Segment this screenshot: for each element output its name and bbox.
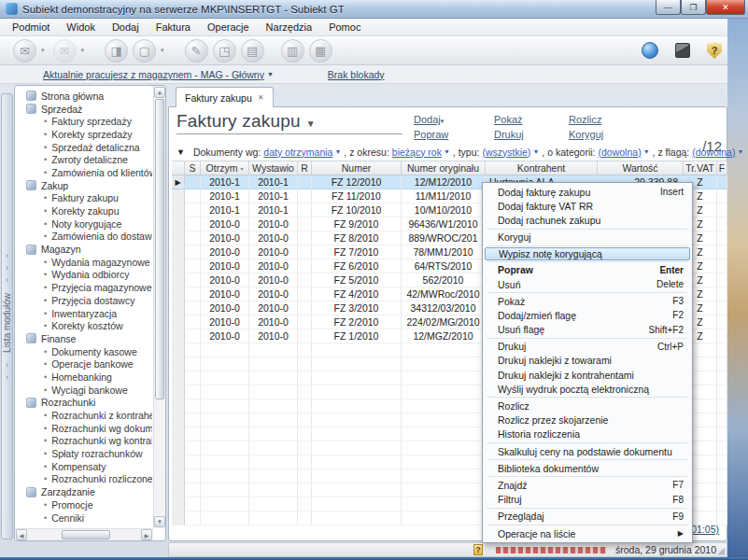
column-header-kontrahent[interactable]: Kontrahent — [486, 161, 598, 175]
resize-grip[interactable]: ◢ — [717, 545, 725, 555]
sidebar-group-strona-główna[interactable]: Strona główna — [17, 90, 152, 103]
scroll-right-icon[interactable]: ▶ — [141, 529, 152, 540]
sidebar-item-kompensaty[interactable]: •Kompensaty — [17, 460, 152, 473]
sidebar-item-zwroty-detaliczne[interactable]: •Zwroty detaliczne — [17, 153, 152, 166]
menu-item-dodaj-fakturę-vat-rr[interactable]: Dodaj fakturę VAT RR — [485, 199, 690, 213]
menu-item-drukuj-naklejki-z-towarami[interactable]: Drukuj naklejki z towarami — [485, 354, 690, 368]
menu-item-usuń-flagę[interactable]: Usuń flagęShift+F2 — [485, 323, 690, 337]
new-document-icon[interactable]: ✉ — [13, 39, 36, 63]
sidebar-group-finanse[interactable]: Finanse — [17, 332, 152, 345]
sidebar-group-zarządzanie[interactable]: Zarządzanie — [17, 485, 152, 498]
stamp-icon[interactable]: ◨ — [105, 39, 128, 63]
chevron-down-icon[interactable]: ▾ — [161, 47, 164, 54]
action-rozlicz[interactable]: Rozlicz — [569, 114, 655, 129]
column-header-numer-oryginału[interactable]: Numer oryginału — [402, 161, 486, 175]
menu-item-usuń[interactable]: UsuńDelete — [485, 277, 690, 291]
edit-icon[interactable]: ✎ — [185, 39, 208, 63]
minimize-button[interactable]: — — [656, 0, 681, 15]
menu-dodaj[interactable]: Dodaj — [104, 20, 148, 35]
warehouse-link[interactable]: Aktualnie pracujesz z magazynem - MAG - … — [43, 69, 264, 80]
filter-link-bieżący-rok[interactable]: bieżący rok — [392, 147, 442, 158]
sidebar-item-przyjęcia-magazynowe[interactable]: •Przyjęcia magazynowe — [17, 281, 152, 294]
chevron-down-icon[interactable]: ▼ — [532, 148, 539, 155]
chevron-down-icon[interactable]: ▼ — [444, 148, 450, 155]
scroll-up-icon[interactable]: ▲ — [154, 87, 165, 98]
sidebar-item-zamówienia-od-klientów[interactable]: •Zamówienia od klientów — [17, 166, 152, 179]
tab-faktury-zakupu[interactable]: Faktury zakupu ✕ — [176, 87, 274, 107]
menu-item-skalkuluj-ceny-na-podstawie-dokumentu[interactable]: Skalkuluj ceny na podstawie dokumentu — [485, 444, 690, 458]
cube-icon[interactable] — [675, 43, 690, 58]
sidebar-item-korekty-kosztów[interactable]: •Korekty kosztów — [17, 319, 152, 332]
menu-operacje[interactable]: Operacje — [199, 20, 258, 35]
menu-item-koryguj[interactable]: Koryguj — [485, 231, 690, 245]
sidebar-group-rozrachunki[interactable]: Rozrachunki — [17, 397, 152, 410]
sidebar-item-wydania-magazynowe[interactable]: •Wydania magazynowe — [17, 256, 152, 269]
menu-item-pokaż[interactable]: PokażF3 — [485, 294, 690, 308]
sidebar-item-korekty-sprzedaży[interactable]: •Korekty sprzedaży — [17, 128, 152, 141]
scrollbar-thumb[interactable] — [62, 530, 110, 539]
help-shield-icon[interactable]: ? — [707, 42, 722, 59]
chevron-down-icon[interactable]: ▼ — [643, 148, 650, 155]
scroll-left-icon[interactable]: ◀ — [16, 529, 27, 540]
menu-item-znajdź[interactable]: ZnajdźF7 — [485, 478, 690, 492]
action-popraw[interactable]: Popraw — [414, 129, 494, 144]
globe-icon[interactable] — [642, 42, 658, 59]
column-header-numer[interactable]: Numer — [312, 161, 402, 175]
sidebar-item-rozrachunki-wg-dokumentów[interactable]: •Rozrachunki wg dokumentów — [17, 422, 152, 435]
column-header-s[interactable]: S — [185, 161, 201, 175]
sidebar-item-sprzedaż-detaliczna[interactable]: •Sprzedaż detaliczna — [17, 141, 152, 154]
action-koryguj[interactable]: Koryguj — [569, 129, 655, 144]
chevron-down-icon[interactable]: ▾ — [41, 47, 45, 54]
help-icon[interactable]: ? — [473, 544, 483, 555]
sidebar-item-korekty-zakupu[interactable]: •Korekty zakupu — [17, 204, 152, 217]
sidebar-item-rozrachunki-wg-kontrahentów[interactable]: •Rozrachunki wg kontrahentów — [17, 435, 152, 448]
sidebar-item-cenniki[interactable]: •Cenniki — [17, 511, 152, 525]
column-header-wystawio[interactable]: Wystawio — [249, 161, 298, 175]
title-bar[interactable]: Subiekt demonstracyjny na serwerze MKP\I… — [0, 0, 748, 19]
sidebar-vertical-scrollbar[interactable]: ▲ ▼ — [153, 86, 165, 528]
scrollbar-thumb[interactable] — [155, 99, 164, 399]
filter-link-wszystkie[interactable]: (wszystkie) — [482, 147, 530, 158]
menu-item-wyślij-wydruk-pocztą-elektroniczną[interactable]: Wyślij wydruk pocztą elektroniczną — [485, 382, 690, 396]
sidebar-item-przyjęcia-dostawcy[interactable]: •Przyjęcia dostawcy — [17, 294, 152, 307]
sidebar-horizontal-scrollbar[interactable]: ◀ ▶ — [15, 528, 153, 540]
lock-status-link[interactable]: Brak blokady — [328, 69, 385, 80]
collapse-filter-icon[interactable]: ▼ — [176, 147, 185, 157]
menu-item-przeglądaj[interactable]: PrzeglądajF9 — [485, 510, 690, 524]
action-dodaj[interactable]: Dodaj ▾ — [414, 114, 494, 129]
column-header-f[interactable]: F — [717, 161, 727, 175]
sidebar-group-magazyn[interactable]: Magazyn — [17, 243, 152, 256]
sidebar-item-homebanking[interactable]: •Homebanking — [17, 371, 152, 384]
sidebar-item-faktury-zakupu[interactable]: •Faktury zakupu — [17, 192, 152, 205]
chevron-down-icon[interactable]: ▼ — [334, 148, 341, 155]
menu-item-dodaj-fakturę-zakupu[interactable]: Dodaj fakturę zakupuInsert — [485, 185, 690, 199]
chevron-down-icon[interactable]: ▼ — [737, 148, 743, 155]
menu-item-historia-rozliczenia[interactable]: Historia rozliczenia — [485, 427, 690, 441]
archive-icon[interactable]: ▦ — [309, 39, 332, 63]
sidebar-item-noty-korygujące[interactable]: •Noty korygujące — [17, 217, 152, 231]
filter-link-dowolna[interactable]: (dowolna) — [599, 147, 642, 158]
sidebar-item-spłaty-rozrachunków[interactable]: •Spłaty rozrachunków — [17, 447, 152, 460]
menu-podmiot[interactable]: Podmiot — [4, 20, 58, 35]
maximize-button[interactable]: ❐ — [681, 0, 706, 15]
filter-link-daty-otrzymania[interactable]: daty otrzymania — [263, 147, 332, 158]
sidebar-item-dokumenty-kasowe[interactable]: •Dokumenty kasowe — [17, 345, 152, 358]
package-icon[interactable]: ◳ — [213, 39, 236, 63]
action-pokaż[interactable]: Pokaż — [494, 114, 569, 129]
menu-item-rozlicz-przez-skojarzenie[interactable]: Rozlicz przez skojarzenie — [485, 413, 690, 427]
menu-widok[interactable]: Widok — [58, 20, 104, 35]
menu-pomoc[interactable]: Pomoc — [320, 20, 369, 35]
close-button[interactable]: ✕ — [706, 0, 745, 15]
sidebar-item-rozrachunki-rozliczone[interactable]: •Rozrachunki rozliczone — [17, 473, 152, 486]
menu-item-dodaj-zmień-flagę[interactable]: Dodaj/zmień flagęF2 — [485, 308, 690, 322]
menu-item-drukuj[interactable]: DrukujCtrl+P — [485, 340, 690, 354]
menu-item-dodaj-rachunek-zakupu[interactable]: Dodaj rachunek zakupu — [485, 213, 690, 227]
printer-icon[interactable]: ▤ — [241, 39, 264, 63]
menu-faktura[interactable]: Faktura — [148, 20, 199, 35]
action-drukuj[interactable]: Drukuj — [494, 129, 569, 144]
sidebar-item-rozrachunki-z-kontrahentami[interactable]: •Rozrachunki z kontrahentami — [17, 409, 152, 422]
close-icon[interactable]: ✕ — [258, 93, 264, 102]
module-list-handle[interactable]: ›››Lista modułów›› — [1, 93, 13, 539]
menu-item-drukuj-naklejki-z-kontrahentami[interactable]: Drukuj naklejki z kontrahentami — [485, 368, 690, 382]
scroll-down-icon[interactable]: ▼ — [154, 516, 165, 527]
